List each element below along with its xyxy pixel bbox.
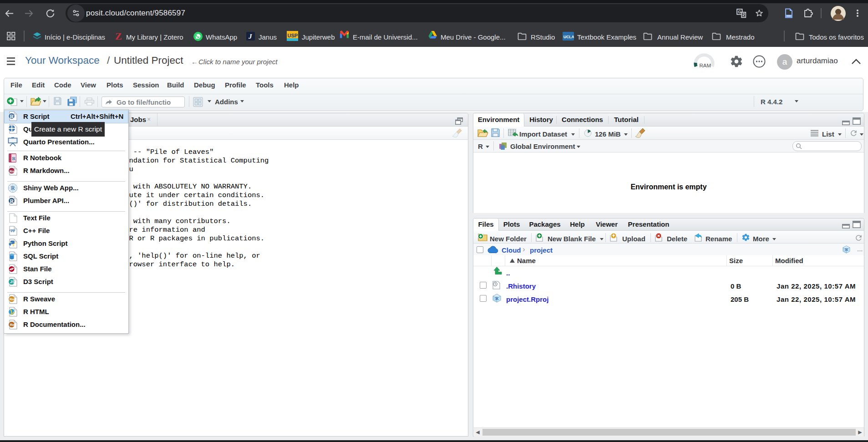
svg-text:cpp: cpp [10,228,15,232]
svg-text:G: G [738,10,741,14]
svg-text:R: R [12,156,16,161]
svg-text:UCLA: UCLA [563,35,574,39]
svg-text:Rnw: Rnw [10,298,16,301]
svg-text:Z: Z [115,31,122,41]
svg-text:R: R [845,247,848,252]
svg-text:Rd: Rd [10,323,15,327]
svg-text:JS: JS [10,279,15,284]
svg-text:RAM: RAM [700,63,711,68]
svg-text:R: R [495,296,499,301]
svg-text:J: J [248,33,252,40]
svg-text:R: R [10,113,14,120]
svg-text:R: R [10,198,14,204]
svg-text:Rmd: Rmd [10,169,17,173]
svg-text:R: R [11,185,15,191]
svg-text:USP: USP [288,33,298,38]
